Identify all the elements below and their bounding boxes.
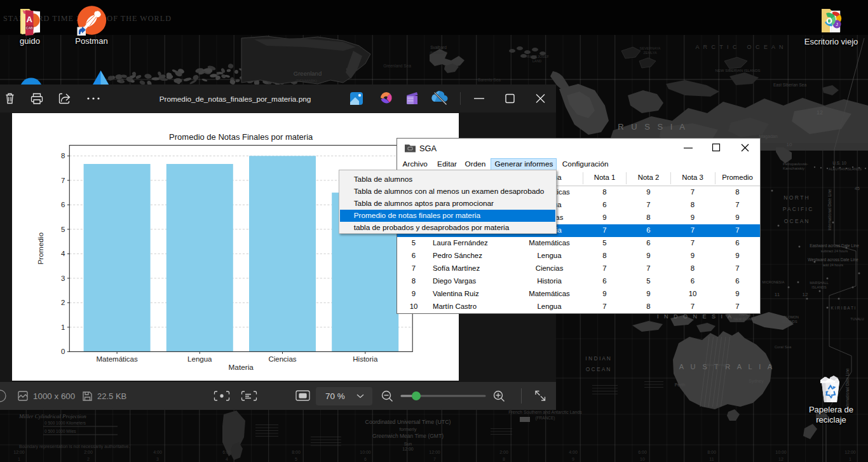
svg-text:A R C T I C: A R C T I C bbox=[695, 44, 738, 50]
svg-text:formerly: formerly bbox=[399, 426, 416, 432]
svg-text:I N D I A N: I N D I A N bbox=[585, 355, 611, 362]
svg-text:SOLOMON: SOLOMON bbox=[781, 315, 799, 319]
svg-text:O C E A N: O C E A N bbox=[747, 44, 784, 50]
svg-text:12:00: 12:00 bbox=[429, 450, 440, 454]
svg-text:(NORWAY): (NORWAY) bbox=[430, 51, 447, 55]
svg-text:Coral Sea: Coral Sea bbox=[775, 345, 792, 349]
svg-text:70 %: 70 % bbox=[325, 391, 345, 401]
svg-text:12: 12 bbox=[803, 292, 808, 297]
svg-text:LAND: LAND bbox=[532, 59, 542, 63]
svg-text:1: 1 bbox=[849, 457, 851, 461]
svg-text:International Date Line: International Date Line bbox=[845, 368, 850, 410]
svg-text:SEVERNAYA: SEVERNAYA bbox=[640, 46, 661, 50]
svg-text:8:00: 8:00 bbox=[707, 450, 716, 454]
svg-text:12: 12 bbox=[817, 109, 823, 116]
svg-text:3: 3 bbox=[156, 457, 159, 461]
svg-text:International Date Line: International Date Line bbox=[827, 189, 832, 231]
svg-text:Boundary representation is not: Boundary representation is not necessari… bbox=[19, 444, 130, 449]
svg-text:9: 9 bbox=[572, 457, 574, 461]
svg-text:2: 2 bbox=[87, 457, 90, 461]
svg-text:Lengua: Lengua bbox=[187, 355, 212, 363]
svg-text:10: 10 bbox=[640, 457, 645, 461]
svg-text:5: 5 bbox=[295, 457, 297, 461]
svg-text:6: 6 bbox=[364, 457, 367, 461]
svg-text:0: 0 bbox=[61, 348, 65, 355]
svg-text:4:00: 4:00 bbox=[153, 450, 162, 454]
svg-text:1: 1 bbox=[18, 457, 20, 461]
svg-text:P A C I F I C: P A C I F I C bbox=[783, 206, 813, 212]
svg-text:ISLANDS: ISLANDS bbox=[811, 285, 827, 289]
svg-text:7: 7 bbox=[61, 177, 65, 184]
svg-text:12:00: 12:00 bbox=[844, 450, 856, 454]
svg-text:French Southern and Antarctic: French Southern and Antarctic Lands bbox=[508, 410, 582, 414]
svg-text:N O R T H: N O R T H bbox=[783, 194, 808, 201]
svg-text:ZEMLYA: ZEMLYA bbox=[643, 51, 657, 55]
svg-text:2:00: 2:00 bbox=[499, 450, 508, 454]
svg-text:6:00: 6:00 bbox=[222, 450, 231, 454]
svg-text:Ciencias: Ciencias bbox=[268, 355, 296, 363]
svg-text:add 24 hours: add 24 hours bbox=[823, 263, 843, 267]
svg-text:Matemáticas: Matemáticas bbox=[97, 355, 138, 363]
svg-text:Promedio_de_notas_finales_por_: Promedio_de_notas_finales_por_materia.pn… bbox=[159, 95, 311, 104]
svg-text:Miller Cylindrical Projection: Miller Cylindrical Projection bbox=[18, 413, 86, 419]
svg-text:4:00: 4:00 bbox=[569, 450, 578, 454]
svg-text:NEW GUINEA: NEW GUINEA bbox=[733, 317, 756, 321]
svg-text:MICRONESIA: MICRONESIA bbox=[763, 280, 785, 284]
svg-text:Svalbard: Svalbard bbox=[430, 45, 447, 50]
svg-text:22.5 KB: 22.5 KB bbox=[97, 391, 126, 401]
svg-text:Greenwich Mean Time (GMT): Greenwich Mean Time (GMT) bbox=[372, 433, 444, 439]
svg-text:Alice Springs: Alice Springs bbox=[707, 363, 727, 367]
svg-text:10:00: 10:00 bbox=[360, 450, 371, 454]
svg-text:Promedio de Notas Finales por: Promedio de Notas Finales por materia bbox=[169, 132, 313, 142]
svg-text:12:00: 12:00 bbox=[402, 447, 414, 451]
svg-text:ALEUTIAN ISLANDS: ALEUTIAN ISLANDS bbox=[829, 167, 862, 171]
svg-text:Promedio: Promedio bbox=[36, 232, 45, 264]
svg-text:(FRANCE): (FRANCE) bbox=[535, 416, 555, 421]
svg-text:CAB: CAB bbox=[26, 26, 33, 30]
svg-text:subtract 24 hours: subtract 24 hours bbox=[821, 249, 848, 253]
svg-text:A: A bbox=[27, 15, 33, 24]
svg-text:11: 11 bbox=[709, 457, 714, 461]
svg-text:Greenland: Greenland bbox=[294, 70, 322, 77]
svg-text:Kamchatskiy: Kamchatskiy bbox=[783, 166, 804, 170]
svg-text:NEW SIBERIAN ISLANDS: NEW SIBERIAN ISLANDS bbox=[715, 69, 760, 72]
svg-text:K I R I B A T I: K I R I B A T I bbox=[831, 306, 856, 310]
svg-text:11: 11 bbox=[775, 292, 780, 297]
svg-text:7: 7 bbox=[433, 457, 436, 461]
svg-text:Sydney: Sydney bbox=[749, 379, 764, 384]
svg-text:MARSHALL: MARSHALL bbox=[810, 281, 829, 285]
svg-text:(DENMARK): (DENMARK) bbox=[295, 79, 317, 83]
svg-text:0 500 1000 Miles: 0 500 1000 Miles bbox=[44, 429, 76, 433]
svg-text:5: 5 bbox=[61, 226, 65, 233]
svg-text:6: 6 bbox=[61, 201, 65, 208]
svg-text:4: 4 bbox=[226, 457, 228, 461]
svg-text:TUVALU: TUVALU bbox=[850, 317, 864, 321]
svg-text:2: 2 bbox=[61, 299, 65, 306]
svg-text:Barents Sea: Barents Sea bbox=[478, 78, 501, 82]
svg-text:8: 8 bbox=[503, 457, 505, 461]
svg-text:ISLANDS: ISLANDS bbox=[782, 320, 797, 323]
svg-text:4: 4 bbox=[61, 250, 65, 257]
svg-text:Coordinated Universal Time (UT: Coordinated Universal Time (UTC) bbox=[365, 419, 451, 425]
svg-text:12: 12 bbox=[778, 457, 783, 461]
svg-text:East Siberian Sea: East Siberian Sea bbox=[773, 83, 806, 87]
svg-text:Magadan: Magadan bbox=[759, 134, 777, 139]
svg-text:FRANZ JOSEF: FRANZ JOSEF bbox=[525, 55, 549, 58]
svg-text:R U S S I A: R U S S I A bbox=[618, 122, 688, 132]
svg-text:Westward across Date Line: Westward across Date Line bbox=[808, 257, 858, 262]
svg-text:Greenland Sea: Greenland Sea bbox=[383, 64, 411, 68]
svg-text:1: 1 bbox=[61, 323, 65, 331]
svg-text:J: J bbox=[836, 22, 838, 27]
svg-text:Petropavlovsk-: Petropavlovsk- bbox=[783, 162, 808, 166]
svg-text:8:00: 8:00 bbox=[292, 450, 301, 454]
svg-text:10:00: 10:00 bbox=[775, 450, 787, 454]
svg-text:Sun: Sun bbox=[404, 442, 412, 446]
svg-text:Perth: Perth bbox=[675, 383, 686, 387]
svg-text:45: 45 bbox=[855, 186, 860, 191]
svg-text:Materia: Materia bbox=[229, 363, 254, 372]
svg-text:6:00: 6:00 bbox=[638, 450, 647, 454]
svg-text:O C E A N: O C E A N bbox=[586, 366, 611, 372]
svg-text:2:00: 2:00 bbox=[84, 450, 93, 454]
svg-text:SGA: SGA bbox=[419, 144, 437, 153]
svg-text:Historia: Historia bbox=[353, 355, 378, 363]
